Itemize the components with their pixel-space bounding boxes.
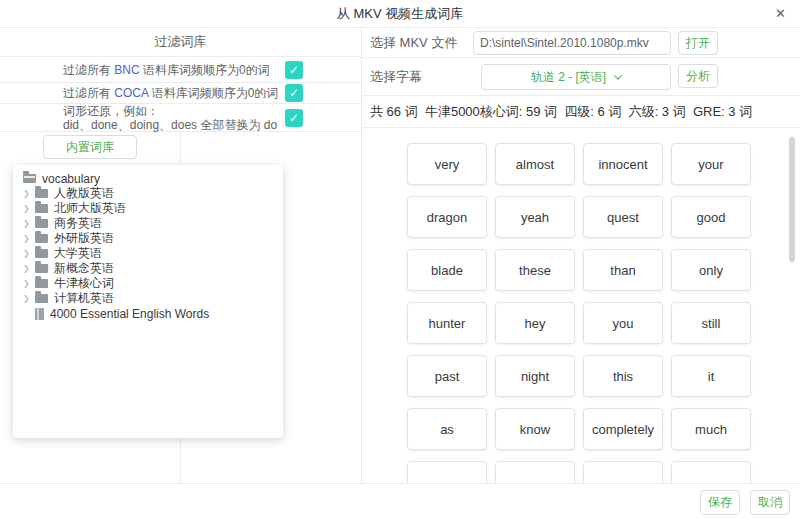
filter-bnc-label: 过滤所有 BNC 语料库词频顺序为0的词 [63,61,270,78]
cancel-button[interactable]: 取消 [750,490,790,515]
word-card[interactable] [583,461,663,483]
word-card[interactable]: innocent [583,143,663,185]
word-card[interactable]: past [407,355,487,397]
tree-item-folder[interactable]: ❯外研版英语 [23,231,283,246]
folder-icon [35,249,48,258]
analyze-button[interactable]: 分析 [678,64,718,88]
word-card[interactable]: much [671,408,751,450]
word-card[interactable]: your [671,143,751,185]
tree-item-folder[interactable]: ❯计算机英语 [23,291,283,306]
folder-icon [35,264,48,273]
chevron-right-icon[interactable]: ❯ [23,204,35,213]
chevron-right-icon[interactable]: ❯ [23,189,35,198]
word-card[interactable]: almost [495,143,575,185]
tree-item-folder[interactable]: ❯牛津核心词 [23,276,283,291]
tree-folder-label: 计算机英语 [54,290,114,307]
word-card[interactable]: very [407,143,487,185]
subtitle-label: 选择字幕 [370,68,422,86]
word-card[interactable] [495,461,575,483]
scrollbar-thumb[interactable] [789,137,795,262]
title-bar: 从 MKV 视频生成词库 ✕ [0,0,800,28]
chevron-right-icon[interactable]: ❯ [23,234,35,243]
folder-icon [35,234,48,243]
tree-item-folder[interactable]: ❯新概念英语 [23,261,283,276]
word-card[interactable]: know [495,408,575,450]
tree-item-folder[interactable]: ❯人教版英语 [23,186,283,201]
mkv-file-label: 选择 MKV 文件 [370,34,457,52]
close-icon[interactable]: ✕ [775,6,786,22]
dialog-footer: 保存 取消 [0,483,800,521]
word-card[interactable]: you [583,302,663,344]
tree-item-leaf[interactable]: 4000 Essential English Words [23,306,283,321]
word-card[interactable]: only [671,249,751,291]
word-card[interactable]: dragon [407,196,487,238]
chevron-right-icon[interactable]: ❯ [23,249,35,258]
coca-checkbox[interactable]: ✓ [285,84,303,102]
word-card[interactable]: blade [407,249,487,291]
filter-pane-title: 过滤词库 [0,28,361,57]
word-card[interactable] [671,461,751,483]
chevron-right-icon[interactable]: ❯ [23,264,35,273]
subtitle-row: 选择字幕 轨道 2 - [英语] 分析 [362,58,800,96]
word-card[interactable]: night [495,355,575,397]
word-card[interactable]: good [671,196,751,238]
word-card[interactable]: this [583,355,663,397]
open-file-button[interactable]: 打开 [678,31,718,55]
subtitle-track-select[interactable]: 轨道 2 - [英语] [481,64,671,90]
word-card[interactable]: yeah [495,196,575,238]
folder-icon [35,294,48,303]
tree-item-folder[interactable]: ❯大学英语 [23,246,283,261]
filter-row-coca: 过滤所有 COCA 语料库词频顺序为0的词 ✓ [0,83,361,104]
folder-open-icon [23,174,36,183]
folder-icon [35,189,48,198]
mkv-vocab-dialog: 从 MKV 视频生成词库 ✕ 过滤词库 过滤所有 BNC 语料库词频顺序为0的词… [0,0,800,521]
dialog-body: 过滤词库 过滤所有 BNC 语料库词频顺序为0的词 ✓ 过滤所有 COCA 语料… [0,28,800,483]
word-grid-area: veryalmostinnocentyourdragonyeahquestgoo… [362,128,800,483]
mkv-file-row: 选择 MKV 文件 打开 [362,28,800,58]
lemmatize-checkbox[interactable]: ✓ [285,109,303,127]
mkv-pane: 选择 MKV 文件 打开 选择字幕 轨道 2 - [英语] 分析 共 66 词 … [362,28,800,483]
word-stats-text: 共 66 词 牛津5000核心词: 59 词 四级: 6 词 六级: 3 词 G… [362,96,800,127]
tree-folder-list: ❯人教版英语❯北师大版英语❯商务英语❯外研版英语❯大学英语❯新概念英语❯牛津核心… [23,186,283,306]
coca-link[interactable]: COCA [114,86,148,100]
folder-icon [35,204,48,213]
tree-item-folder[interactable]: ❯商务英语 [23,216,283,231]
word-card[interactable]: hunter [407,302,487,344]
folder-icon [35,279,48,288]
filter-coca-label: 过滤所有 COCA 语料库词频顺序为0的词 [63,85,278,102]
vocab-tree-panel: vocabulary ❯人教版英语❯北师大版英语❯商务英语❯外研版英语❯大学英语… [13,165,283,438]
dialog-title: 从 MKV 视频生成词库 [337,5,463,23]
folder-icon [35,219,48,228]
lemmatize-label: 词形还原，例如： did、done、doing、does 全部替换为 do [63,104,277,132]
tree-item-root[interactable]: vocabulary [23,171,283,186]
bnc-checkbox[interactable]: ✓ [285,61,303,79]
chevron-right-icon[interactable]: ❯ [23,279,35,288]
word-card[interactable]: these [495,249,575,291]
tree-root-label: vocabulary [42,172,100,186]
chevron-right-icon[interactable]: ❯ [23,294,35,303]
word-card[interactable]: than [583,249,663,291]
word-grid: veryalmostinnocentyourdragonyeahquestgoo… [407,143,751,483]
tree-leaf-label: 4000 Essential English Words [50,307,209,321]
bnc-link[interactable]: BNC [114,62,139,76]
word-card[interactable]: as [407,408,487,450]
word-card[interactable]: hey [495,302,575,344]
subtitle-track-value: 轨道 2 - [英语] [531,69,606,86]
mkv-file-input[interactable] [473,31,671,55]
chevron-down-icon [614,71,622,79]
stats-row: 共 66 词 牛津5000核心词: 59 词 四级: 6 词 六级: 3 词 G… [362,96,800,128]
word-card[interactable] [407,461,487,483]
filter-row-lemma: 词形还原，例如： did、done、doing、does 全部替换为 do ✓ [0,104,361,132]
chevron-right-icon[interactable]: ❯ [23,219,35,228]
word-card[interactable]: quest [583,196,663,238]
word-card[interactable]: still [671,302,751,344]
tree-item-folder[interactable]: ❯北师大版英语 [23,201,283,216]
filter-row-bnc: 过滤所有 BNC 语料库词频顺序为0的词 ✓ [0,57,361,83]
book-icon [35,308,44,320]
word-card[interactable]: it [671,355,751,397]
save-button[interactable]: 保存 [700,490,740,515]
word-card[interactable]: completely [583,408,663,450]
builtin-vocab-button[interactable]: 内置词库 [43,135,137,159]
